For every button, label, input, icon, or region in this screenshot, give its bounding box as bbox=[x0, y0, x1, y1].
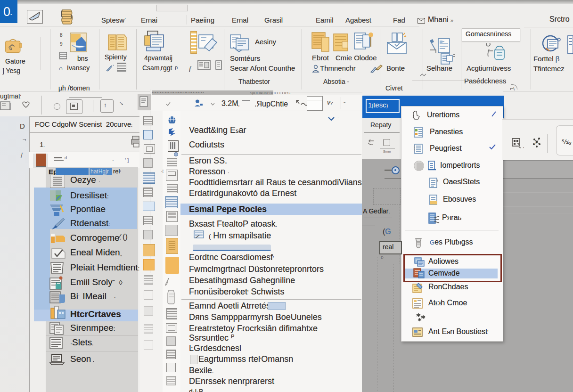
svg-text:z: z bbox=[535, 141, 537, 145]
